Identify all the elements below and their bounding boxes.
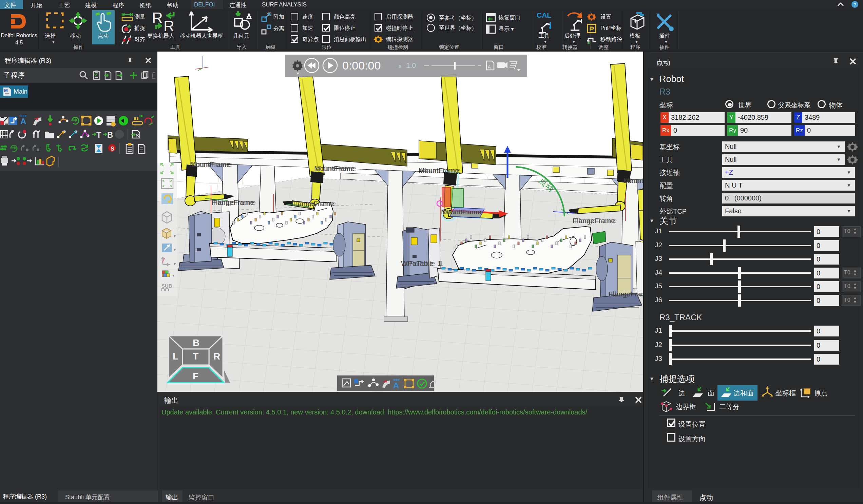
svg-text:1.0: 1.0 xyxy=(406,61,416,69)
svg-text:S: S xyxy=(136,133,139,138)
svg-text:B: B xyxy=(107,130,113,139)
svg-text:SUB: SUB xyxy=(162,283,172,289)
svg-text:MountFrame: MountFrame xyxy=(316,164,356,172)
svg-text:WPaTable_1: WPaTable_1 xyxy=(403,260,443,268)
svg-text:▾: ▾ xyxy=(174,262,176,266)
svg-text:FlangeFrame: FlangeFrame xyxy=(610,290,643,298)
svg-text:R: R xyxy=(213,351,220,362)
svg-text:MountFrame: MountFrame xyxy=(443,208,483,216)
svg-text:F: F xyxy=(193,371,198,381)
svg-text:▾: ▾ xyxy=(174,234,176,238)
svg-text:MountFrame: MountFrame xyxy=(420,166,461,174)
svg-text:S: S xyxy=(111,146,114,152)
svg-text:▾: ▾ xyxy=(174,247,176,252)
svg-text:A: A xyxy=(20,117,26,126)
svg-text:L: L xyxy=(173,351,178,362)
svg-text:R: R xyxy=(152,11,163,26)
svg-text:M: M xyxy=(4,88,8,93)
svg-text:FlangeFrame: FlangeFrame xyxy=(293,200,336,207)
svg-text:B: B xyxy=(193,338,199,348)
svg-text:FlangeFrame: FlangeFrame xyxy=(213,198,256,206)
svg-text:T: T xyxy=(96,130,101,139)
svg-text:x: x xyxy=(399,63,402,69)
svg-text:A: A xyxy=(393,381,399,390)
svg-text:?: ? xyxy=(853,2,856,8)
svg-text:MountFrame: MountFrame xyxy=(192,161,232,168)
svg-text:R: R xyxy=(163,18,174,33)
svg-text:T: T xyxy=(193,351,198,362)
svg-text:▾: ▾ xyxy=(172,273,174,278)
svg-text:MountFrame: MountFrame xyxy=(625,177,643,185)
svg-text:FlangeFrame: FlangeFrame xyxy=(574,217,617,225)
svg-text:0:00:00: 0:00:00 xyxy=(342,59,380,72)
svg-text:A: A xyxy=(488,64,491,70)
